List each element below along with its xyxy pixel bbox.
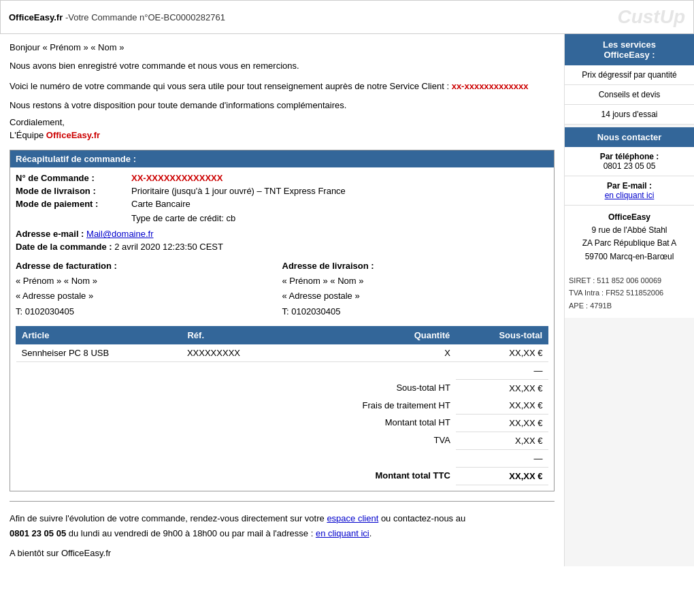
col-header-quantity: Quantité: [289, 326, 456, 344]
card-type-row: Type de carte de crédit: cb: [131, 213, 548, 223]
order-number-paragraph: Voici le numéro de votre commande qui vo…: [10, 80, 555, 94]
tva-label: TVA: [289, 432, 456, 449]
shipping-address-block: Adresse de livraison : « Prénom » « Nom …: [282, 259, 549, 319]
total-ttc-label: Montant total TTC: [289, 467, 456, 485]
payment-value: Carte Bancaire: [131, 199, 191, 209]
order-summary-box: Récapitulatif de commande : N° de Comman…: [10, 150, 555, 491]
montant-ht-label: Montant total HT: [289, 414, 456, 432]
frais-row: Frais de traitement HT XX,XX €: [16, 397, 548, 415]
sidebar: Les services OfficeEasy : Prix dégressif…: [565, 34, 694, 566]
address-line1: 9 rue de l'Abbé Stahl: [569, 224, 690, 237]
shipping-address-title: Adresse de livraison :: [282, 259, 549, 274]
sous-total-value: XX,XX €: [456, 379, 548, 397]
product-subtotal: XX,XX €: [456, 344, 548, 361]
billing-address-title: Adresse de facturation :: [16, 259, 282, 274]
tva-row: TVA X,XX €: [16, 432, 548, 449]
footer-email-link[interactable]: en cliquant ici: [316, 528, 369, 538]
order-number-display: XX-XXXXXXXXXXXXX: [131, 173, 222, 183]
frais-value: XX,XX €: [456, 397, 548, 415]
date-row: Date de la commande : 2 avril 2020 12:23…: [16, 242, 548, 252]
address-line3: 59700 Marcq-en-Barœul: [569, 250, 690, 263]
disposition-text: Nous restons à votre disposition pour to…: [10, 100, 555, 110]
billing-name: « Prénom » « Nom »: [16, 274, 282, 289]
order-number-label: N° de Commande :: [16, 173, 131, 183]
siret: SIRET : 511 852 006 00069: [569, 274, 690, 287]
tva-dash: —: [456, 449, 548, 467]
signature-line2: L'Équipe OfficeEasy.fr: [10, 130, 555, 140]
payment-row: Mode de paiement : Carte Bancaire: [16, 199, 548, 209]
service-item-1: Prix dégressif par quantité: [565, 65, 694, 85]
main-content: Bonjour « Prénom » « Nom » Nous avons bi…: [0, 34, 565, 566]
date-value: 2 avril 2020 12:23:50 CEST: [114, 242, 223, 252]
ape-number: APE : 4791B: [569, 299, 690, 312]
email-row: Adresse e-mail : Mail@domaine.fr: [16, 229, 548, 239]
delivery-value: Prioritaire (jusqu'à 1 jour ouvré) – TNT…: [131, 186, 346, 196]
order-number-intro: Voici le numéro de votre commande qui vo…: [10, 81, 449, 91]
col-header-article: Article: [16, 326, 182, 344]
service-item-3: 14 jours d'essai: [565, 105, 694, 125]
email-label: Adresse e-mail :: [16, 229, 84, 239]
email-block: Par E-mail : en cliquant ici: [565, 176, 694, 206]
legal-info: SIRET : 511 852 006 00069 TVA Intra : FR…: [565, 269, 694, 318]
footer-text-2: ou contactez-nous au: [378, 513, 465, 523]
sidebar-email-label: Par E-mail :: [569, 181, 690, 191]
watermark: CustUp: [617, 6, 685, 28]
espace-client-link[interactable]: espace client: [327, 513, 378, 523]
frais-label: Frais de traitement HT: [289, 397, 456, 415]
tva-value: X,XX €: [456, 432, 548, 449]
product-ref: XXXXXXXXX: [182, 344, 289, 361]
office-easy-link[interactable]: OfficeEasy.fr: [46, 130, 100, 140]
payment-label: Mode de paiement :: [16, 199, 131, 209]
summary-body: N° de Commande : XX-XXXXXXXXXXXXX Mode d…: [10, 167, 554, 490]
col-header-subtotal: Sous-total: [456, 326, 548, 344]
signature-line1: Cordialement,: [10, 117, 555, 127]
site-name: OfficeEasy.fr -Votre Commande n°OE-BC000…: [9, 12, 225, 22]
order-number-row: N° de Commande : XX-XXXXXXXXXXXXX: [16, 173, 548, 183]
footer-paragraph: Afin de suivre l'évolution de votre comm…: [10, 511, 555, 541]
site-name-text: OfficeEasy.fr: [9, 12, 63, 22]
phone-number: 0801 23 05 05: [569, 161, 690, 171]
footer-text-1: Afin de suivre l'évolution de votre comm…: [10, 513, 327, 523]
order-number-value: xx-xxxxxxxxxxxxx: [452, 81, 529, 91]
total-ttc-value: XX,XX €: [456, 467, 548, 485]
address-line2: ZA Parc République Bat A: [569, 237, 690, 250]
montant-ht-value: XX,XX €: [456, 414, 548, 432]
goodbye-text: A bientôt sur OfficeEasy.fr: [10, 548, 555, 558]
product-article: Sennheiser PC 8 USB: [16, 344, 182, 361]
address-section: Adresse de facturation : « Prénom » « No…: [16, 259, 548, 319]
tva-number: TVA Intra : FR52 511852006: [569, 287, 690, 299]
page-layout: Bonjour « Prénom » « Nom » Nous avons bi…: [0, 34, 694, 566]
order-title: -Votre Commande n°OE-BC0000282761: [65, 12, 225, 22]
shipping-name: « Prénom » « Nom »: [282, 274, 549, 289]
services-title: Les services OfficeEasy :: [565, 34, 694, 65]
sous-total-label: Sous-total HT: [289, 379, 456, 397]
summary-header: Récapitulatif de commande :: [10, 150, 554, 167]
billing-address-block: Adresse de facturation : « Prénom » « No…: [16, 259, 282, 319]
delivery-label: Mode de livraison :: [16, 186, 131, 196]
col-header-ref: Réf.: [182, 326, 289, 344]
sidebar-email-link[interactable]: en cliquant ici: [605, 191, 655, 200]
billing-phone: T: 0102030405: [16, 304, 282, 319]
shipping-address: « Adresse postale »: [282, 289, 549, 304]
contact-title: Nous contacter: [565, 127, 694, 147]
service-item-2: Conseils et devis: [565, 85, 694, 105]
footer-end: .: [369, 528, 372, 538]
product-quantity: X: [289, 344, 456, 361]
delivery-row: Mode de livraison : Prioritaire (jusqu'à…: [16, 186, 548, 196]
total-ttc-row: Montant total TTC XX,XX €: [16, 467, 548, 485]
greeting: Bonjour « Prénom » « Nom »: [10, 42, 555, 52]
page-header: OfficeEasy.fr -Votre Commande n°OE-BC000…: [0, 0, 694, 34]
phone-block: Par téléphone : 0801 23 05 05: [565, 147, 694, 176]
date-label: Date de la commande :: [16, 242, 112, 252]
dash-value: —: [456, 361, 548, 379]
montant-ht-row: Montant total HT XX,XX €: [16, 414, 548, 432]
separator: [10, 501, 555, 502]
thank-you-message: Nous avons bien enregistré votre command…: [10, 59, 555, 73]
company-address: OfficeEasy 9 rue de l'Abbé Stahl ZA Parc…: [565, 206, 694, 269]
footer-phone: 0801 23 05 05: [10, 528, 66, 538]
signature-intro: L'Équipe: [10, 130, 46, 140]
billing-address: « Adresse postale »: [16, 289, 282, 304]
company-name: OfficeEasy: [569, 211, 690, 224]
table-row: Sennheiser PC 8 USB XXXXXXXXX X XX,XX €: [16, 344, 548, 361]
email-link[interactable]: Mail@domaine.fr: [86, 229, 153, 239]
